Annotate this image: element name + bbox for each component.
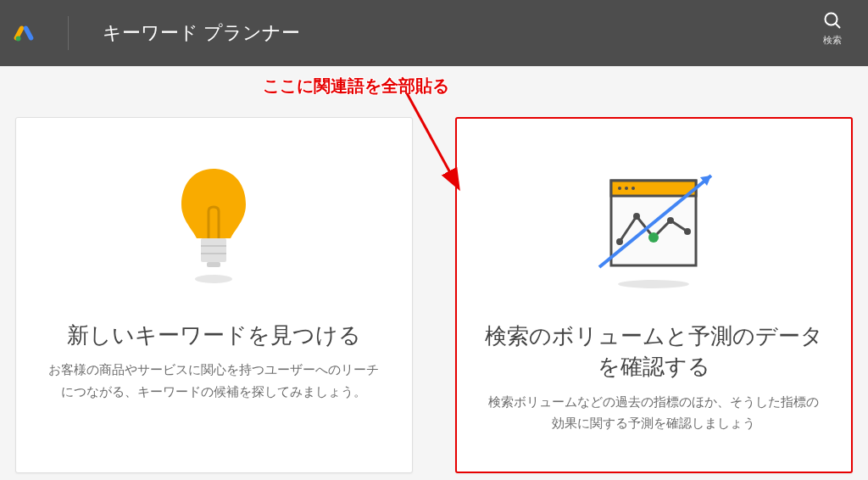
svg-point-12 xyxy=(618,280,689,288)
svg-point-16 xyxy=(625,187,628,190)
svg-rect-11 xyxy=(207,262,220,267)
svg-point-20 xyxy=(648,232,659,243)
svg-point-3 xyxy=(826,14,837,25)
svg-point-17 xyxy=(632,187,635,190)
svg-line-4 xyxy=(836,24,841,29)
annotation-text: ここに関連語を全部貼る xyxy=(263,75,449,98)
svg-rect-8 xyxy=(201,238,226,262)
card-desc: お客様の商品やサービスに関心を持つユーザーへのリーチにつながる、キーワードの候補… xyxy=(42,359,387,402)
svg-point-18 xyxy=(616,238,623,245)
header-left: キーワード プランナー xyxy=(14,16,300,50)
chart-trend-icon xyxy=(569,153,738,297)
page-title: キーワード プランナー xyxy=(103,20,300,46)
card-title: 検索のボリュームと予測のデータを確認する xyxy=(482,321,826,382)
header-divider xyxy=(68,16,69,50)
card-title: 新しいキーワードを見つける xyxy=(67,320,361,350)
search-label: 検索 xyxy=(823,34,842,47)
svg-rect-14 xyxy=(611,181,696,196)
svg-point-21 xyxy=(667,217,674,224)
header-bar: キーワード プランナー 検索 xyxy=(0,0,868,66)
card-desc: 検索ボリュームなどの過去の指標のほか、そうした指標の効果に関する予測を確認しまし… xyxy=(482,391,826,434)
svg-rect-1 xyxy=(23,25,34,42)
svg-point-22 xyxy=(684,228,691,235)
svg-point-15 xyxy=(618,187,621,190)
lightbulb-icon xyxy=(129,152,298,296)
search-button[interactable]: 検索 xyxy=(822,10,843,47)
svg-point-19 xyxy=(633,213,640,220)
svg-point-2 xyxy=(16,36,21,42)
cards-row: 新しいキーワードを見つける お客様の商品やサービスに関心を持つユーザーへのリーチ… xyxy=(14,117,854,473)
card-find-keywords[interactable]: 新しいキーワードを見つける お客様の商品やサービスに関心を持つユーザーへのリーチ… xyxy=(15,117,413,473)
content: ここに関連語を全部貼る 新しいキーワードを見つける xyxy=(0,66,868,473)
svg-point-7 xyxy=(195,275,232,283)
card-search-volume[interactable]: 検索のボリュームと予測のデータを確認する 検索ボリュームなどの過去の指標のほか、… xyxy=(455,117,853,473)
google-ads-logo-icon xyxy=(14,23,34,43)
search-icon xyxy=(822,10,843,31)
